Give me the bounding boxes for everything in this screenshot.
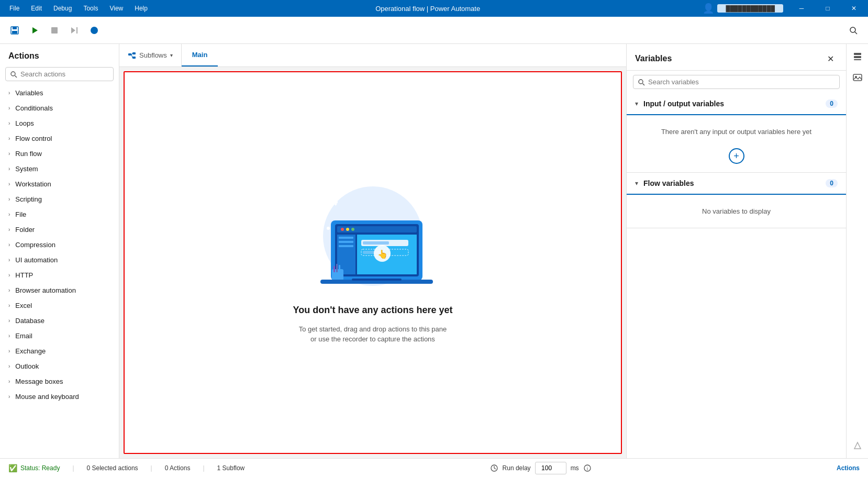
image-icon-button[interactable] xyxy=(849,69,866,86)
action-item-run-flow[interactable]: › Run flow xyxy=(0,146,119,161)
chevron-right-icon: › xyxy=(8,227,10,232)
search-icon xyxy=(10,71,17,78)
maximize-button[interactable]: □ xyxy=(816,0,840,17)
flow-variables-collapse-icon: ▾ xyxy=(635,180,638,187)
toolbar xyxy=(0,17,868,44)
titlebar-controls: 👤 ████████████ ─ □ ✕ xyxy=(698,0,868,17)
chevron-right-icon: › xyxy=(8,394,10,400)
chevron-right-icon: › xyxy=(8,181,10,187)
layers-icon-button[interactable] xyxy=(849,48,866,65)
svg-point-8 xyxy=(850,27,855,32)
svg-rect-6 xyxy=(76,27,77,34)
action-item-mouse-keyboard[interactable]: › Mouse and keyboard xyxy=(0,389,119,404)
run-delay-label: Run delay xyxy=(503,464,531,472)
action-item-outlook[interactable]: › Outlook xyxy=(0,359,119,374)
menu-edit[interactable]: Edit xyxy=(26,3,47,14)
menu-tools[interactable]: Tools xyxy=(78,3,103,14)
chevron-right-icon: › xyxy=(8,363,10,369)
variables-close-button[interactable]: ✕ xyxy=(823,51,838,66)
svg-text:✦: ✦ xyxy=(412,199,416,205)
action-item-ui-automation[interactable]: › UI automation xyxy=(0,252,119,268)
menu-file[interactable]: File xyxy=(4,3,25,14)
svg-rect-52 xyxy=(854,59,861,60)
svg-rect-47 xyxy=(352,279,402,281)
tab-main[interactable]: Main xyxy=(182,44,218,66)
action-item-message-boxes[interactable]: › Message boxes xyxy=(0,374,119,389)
canvas-content[interactable]: ✦ ✦ ✦ xyxy=(124,71,622,454)
svg-line-11 xyxy=(15,75,17,77)
action-item-workstation[interactable]: › Workstation xyxy=(0,176,119,192)
window-title: Operational flow | Power Automate xyxy=(157,5,699,13)
svg-rect-4 xyxy=(51,27,58,34)
action-item-database[interactable]: › Database xyxy=(0,313,119,328)
svg-rect-12 xyxy=(128,53,131,56)
action-item-conditionals[interactable]: › Conditionals xyxy=(0,101,119,116)
svg-text:✦: ✦ xyxy=(333,202,338,207)
chevron-right-icon: › xyxy=(8,333,10,339)
svg-point-30 xyxy=(351,228,354,231)
svg-line-9 xyxy=(855,32,857,34)
close-button[interactable]: ✕ xyxy=(842,0,866,17)
action-item-folder[interactable]: › Folder xyxy=(0,222,119,237)
canvas-empty-description: To get started, drag and drop actions to… xyxy=(299,324,447,345)
tab-subflows[interactable]: Subflows ▾ xyxy=(119,44,182,66)
input-output-count-badge: 0 xyxy=(826,99,838,108)
svg-point-21 xyxy=(327,227,330,230)
svg-rect-1 xyxy=(13,27,17,29)
action-item-browser-automation[interactable]: › Browser automation xyxy=(0,283,119,298)
svg-line-49 xyxy=(643,83,645,85)
record-button[interactable] xyxy=(86,22,103,39)
action-item-compression[interactable]: › Compression xyxy=(0,237,119,252)
actions-panel-title: Actions xyxy=(0,44,119,65)
user-area[interactable]: 👤 ████████████ xyxy=(698,3,787,14)
status-ready: ✅ Status: Ready xyxy=(8,464,60,472)
svg-rect-34 xyxy=(339,245,353,247)
action-item-http[interactable]: › HTTP xyxy=(0,268,119,283)
minimize-button[interactable]: ─ xyxy=(789,0,814,17)
chevron-right-icon: › xyxy=(8,348,10,354)
action-item-system[interactable]: › System xyxy=(0,161,119,176)
toolbar-search-button[interactable] xyxy=(845,22,862,39)
canvas-empty-state: ✦ ✦ ✦ xyxy=(293,181,452,345)
actions-search-box[interactable] xyxy=(5,67,114,81)
action-item-file[interactable]: › File xyxy=(0,207,119,222)
status-separator-2: | xyxy=(151,464,152,472)
action-item-exchange[interactable]: › Exchange xyxy=(0,343,119,359)
svg-point-28 xyxy=(341,228,344,231)
action-item-flow-control[interactable]: › Flow control xyxy=(0,131,119,146)
svg-text:👆: 👆 xyxy=(377,249,388,259)
stop-button[interactable] xyxy=(46,22,63,39)
action-item-loops[interactable]: › Loops xyxy=(0,116,119,131)
svg-point-29 xyxy=(346,228,349,231)
save-button[interactable] xyxy=(6,22,23,39)
svg-rect-13 xyxy=(132,52,136,54)
action-item-scripting[interactable]: › Scripting xyxy=(0,192,119,207)
action-item-email[interactable]: › Email xyxy=(0,328,119,343)
erase-icon-button[interactable] xyxy=(849,437,866,454)
status-separator-3: | xyxy=(203,464,204,472)
menu-help[interactable]: Help xyxy=(129,3,153,14)
flow-variables-section-header[interactable]: ▾ Flow variables 0 xyxy=(627,173,846,195)
action-item-excel[interactable]: › Excel xyxy=(0,298,119,313)
search-actions-input[interactable] xyxy=(20,70,109,78)
variables-panel-title: Variables xyxy=(635,54,672,63)
add-input-output-variable-button[interactable]: + xyxy=(729,148,744,164)
variables-search-box[interactable] xyxy=(633,75,840,89)
menu-debug[interactable]: Debug xyxy=(48,3,77,14)
run-button[interactable] xyxy=(26,22,43,39)
variables-panel: Variables ✕ ▾ Input / output variables 0… xyxy=(626,44,846,458)
svg-point-48 xyxy=(639,80,643,84)
input-output-section-header[interactable]: ▾ Input / output variables 0 xyxy=(627,93,846,115)
run-delay-input[interactable] xyxy=(535,462,566,474)
chevron-right-icon: › xyxy=(8,120,10,126)
svg-rect-14 xyxy=(132,57,136,59)
action-item-variables[interactable]: › Variables xyxy=(0,85,119,101)
step-button[interactable] xyxy=(66,22,83,39)
chevron-right-icon: › xyxy=(8,166,10,172)
canvas-illustration: ✦ ✦ ✦ xyxy=(305,181,441,296)
bottom-actions-tab[interactable]: Actions xyxy=(837,464,860,472)
menu-view[interactable]: View xyxy=(104,3,128,14)
search-variables-input[interactable] xyxy=(648,78,835,86)
svg-rect-44 xyxy=(336,264,338,272)
app-body: Actions › Variables › Conditionals xyxy=(0,17,868,477)
